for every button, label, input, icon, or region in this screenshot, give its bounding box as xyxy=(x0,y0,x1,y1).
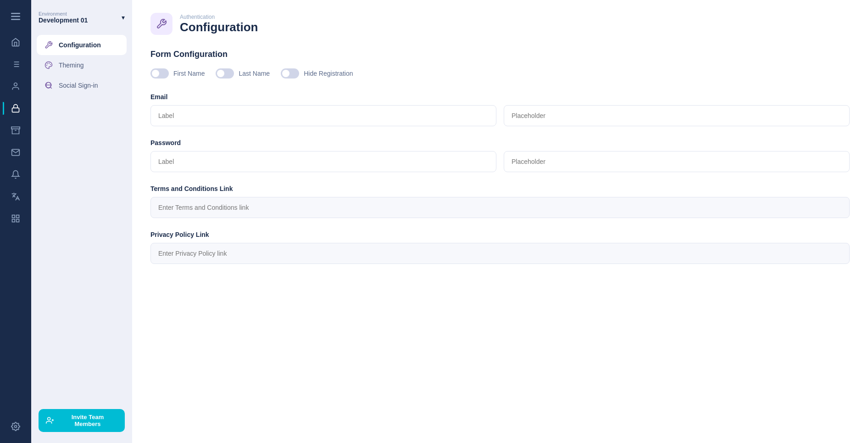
svg-rect-2 xyxy=(11,19,20,20)
password-field-row xyxy=(150,151,850,172)
email-field-group: Email xyxy=(150,93,850,126)
sidebar-icon-list[interactable] xyxy=(6,55,25,73)
svg-rect-11 xyxy=(11,127,20,129)
svg-point-24 xyxy=(48,417,50,420)
svg-rect-13 xyxy=(12,215,15,218)
env-chevron-icon[interactable]: ▾ xyxy=(122,14,125,21)
nav-item-theming[interactable]: Theming xyxy=(37,55,127,75)
hamburger-menu-button[interactable] xyxy=(6,7,25,26)
sidebar-icon-lock[interactable] xyxy=(6,99,25,118)
sidebar-icon-settings[interactable] xyxy=(6,417,25,436)
header-icon xyxy=(150,13,172,35)
toggle-last-name: Last Name xyxy=(216,68,270,79)
theming-icon xyxy=(43,60,54,71)
env-name: Development 01 xyxy=(39,17,88,24)
sidebar-icon-inbox[interactable] xyxy=(6,121,25,140)
svg-rect-0 xyxy=(11,13,20,14)
email-label-input[interactable] xyxy=(150,105,496,126)
sidebar-icon-grid[interactable] xyxy=(6,209,25,228)
sidebar-icon-bell[interactable] xyxy=(6,165,25,184)
section-title: Form Configuration xyxy=(150,50,850,59)
email-field-row xyxy=(150,105,850,126)
configuration-icon xyxy=(43,39,54,50)
env-info: Environment Development 01 xyxy=(39,11,88,24)
svg-point-20 xyxy=(47,63,48,64)
page-title: Configuration xyxy=(180,20,258,34)
page-header: Authentication Configuration xyxy=(150,13,850,35)
social-sign-in-icon xyxy=(43,80,54,91)
svg-rect-1 xyxy=(11,16,20,17)
svg-point-17 xyxy=(15,426,17,428)
invite-button-label: Invite Team Members xyxy=(58,414,117,427)
environment-selector[interactable]: Environment Development 01 ▾ xyxy=(31,7,132,33)
svg-rect-15 xyxy=(12,219,15,222)
svg-point-19 xyxy=(50,65,51,65)
svg-rect-16 xyxy=(17,219,19,222)
first-name-label: First Name xyxy=(173,70,205,77)
nav-item-social-sign-in[interactable]: Social Sign-in xyxy=(37,75,127,95)
last-name-toggle[interactable] xyxy=(216,68,234,79)
last-name-label: Last Name xyxy=(239,70,270,77)
nav-item-theming-label: Theming xyxy=(59,62,83,69)
svg-rect-14 xyxy=(17,215,19,218)
svg-point-18 xyxy=(49,63,50,64)
email-field-label: Email xyxy=(150,93,850,101)
left-nav: Environment Development 01 ▾ Configurati… xyxy=(31,0,132,443)
first-name-toggle[interactable] xyxy=(150,68,169,79)
nav-item-social-label: Social Sign-in xyxy=(59,82,98,89)
email-placeholder-input[interactable] xyxy=(504,105,850,126)
nav-item-configuration[interactable]: Configuration xyxy=(37,35,127,55)
password-field-label: Password xyxy=(150,139,850,146)
nav-items: Configuration Theming xyxy=(31,33,132,404)
sidebar-icon-home[interactable] xyxy=(6,33,25,51)
invite-team-members-button[interactable]: Invite Team Members xyxy=(39,409,125,432)
terms-link-input[interactable] xyxy=(150,197,850,218)
password-label-input[interactable] xyxy=(150,151,496,172)
toggle-row: First Name Last Name Hide Registration xyxy=(150,68,850,79)
svg-point-9 xyxy=(14,83,17,86)
icon-sidebar xyxy=(0,0,31,443)
terms-field-group: Terms and Conditions Link xyxy=(150,185,850,218)
password-placeholder-input[interactable] xyxy=(504,151,850,172)
toggle-hide-registration: Hide Registration xyxy=(281,68,353,79)
privacy-field-label: Privacy Policy Link xyxy=(150,231,850,238)
svg-rect-10 xyxy=(12,108,19,112)
header-text: Authentication Configuration xyxy=(180,14,258,34)
password-field-group: Password xyxy=(150,139,850,172)
privacy-field-group: Privacy Policy Link xyxy=(150,231,850,264)
privacy-link-input[interactable] xyxy=(150,243,850,264)
sidebar-icon-translate[interactable] xyxy=(6,187,25,206)
sidebar-icon-user[interactable] xyxy=(6,77,25,95)
env-label: Environment xyxy=(39,11,88,17)
hide-registration-toggle[interactable] xyxy=(281,68,299,79)
toggle-first-name: First Name xyxy=(150,68,205,79)
terms-field-label: Terms and Conditions Link xyxy=(150,185,850,192)
svg-point-21 xyxy=(47,65,47,66)
nav-item-configuration-label: Configuration xyxy=(59,41,101,49)
main-content: Authentication Configuration Form Config… xyxy=(132,0,868,443)
sidebar-icon-mail[interactable] xyxy=(6,143,25,162)
hide-registration-label: Hide Registration xyxy=(304,70,353,77)
header-subtitle: Authentication xyxy=(180,14,258,20)
